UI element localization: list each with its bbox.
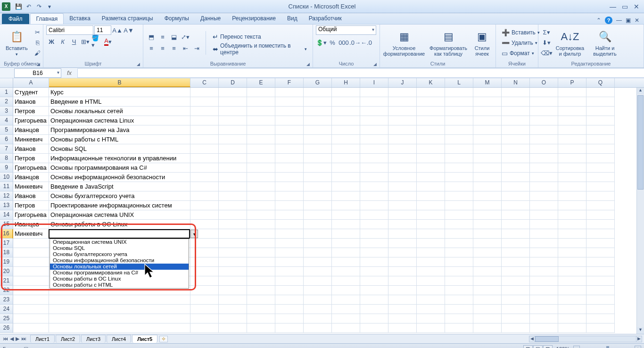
cell[interactable] <box>417 201 445 210</box>
cell[interactable] <box>219 135 247 144</box>
cell[interactable] <box>190 88 219 97</box>
cell[interactable] <box>275 182 304 191</box>
cell[interactable] <box>360 248 388 257</box>
cell[interactable]: Григорьева <box>13 116 49 125</box>
cell[interactable] <box>275 210 304 220</box>
column-header[interactable]: P <box>558 78 586 87</box>
cell[interactable] <box>473 229 502 239</box>
cell[interactable] <box>586 229 615 239</box>
cell[interactable] <box>417 182 445 191</box>
conditional-formatting-button[interactable]: ▦Условное форматирование <box>383 28 425 58</box>
cell[interactable]: Григорьева <box>13 163 49 173</box>
cell[interactable] <box>417 125 445 135</box>
cell[interactable] <box>473 305 502 314</box>
cell[interactable]: Основы локальных сетей <box>49 107 190 116</box>
cell[interactable] <box>360 107 388 116</box>
cell[interactable] <box>388 135 417 144</box>
cell[interactable] <box>332 116 360 125</box>
cell[interactable] <box>247 220 275 229</box>
cell[interactable]: Минкевич <box>13 229 49 239</box>
cell[interactable] <box>530 107 558 116</box>
cell[interactable] <box>473 201 502 210</box>
cell[interactable] <box>304 257 332 267</box>
scroll-up-button[interactable]: ▲ <box>637 88 644 94</box>
cell[interactable] <box>247 97 275 107</box>
cell[interactable] <box>190 173 219 182</box>
zoom-level[interactable]: 100% <box>556 346 570 348</box>
cell[interactable] <box>360 229 388 239</box>
cell[interactable] <box>530 97 558 107</box>
cell[interactable] <box>247 276 275 286</box>
cell[interactable] <box>13 286 49 295</box>
cell[interactable] <box>332 144 360 154</box>
column-header[interactable]: J <box>388 78 417 87</box>
cell[interactable] <box>219 191 247 201</box>
cell[interactable] <box>417 295 445 305</box>
cell[interactable] <box>558 248 586 257</box>
cell[interactable] <box>530 173 558 182</box>
row-header[interactable]: 2 <box>0 97 13 107</box>
cell[interactable] <box>473 135 502 144</box>
cell[interactable] <box>586 314 615 323</box>
cell[interactable]: Иванцов <box>13 220 49 229</box>
cell[interactable] <box>360 276 388 286</box>
cell[interactable]: Операционная система Linux <box>49 116 190 125</box>
cell[interactable] <box>304 314 332 323</box>
cell[interactable] <box>360 323 388 333</box>
cell[interactable] <box>219 97 247 107</box>
border-button[interactable]: ⊞▾ <box>80 37 91 46</box>
scroll-left-button[interactable]: ◀ <box>529 336 535 342</box>
cell[interactable] <box>388 276 417 286</box>
cell[interactable] <box>388 154 417 163</box>
cell[interactable]: Основы программирования на C# <box>49 163 190 173</box>
cell[interactable] <box>445 248 473 257</box>
select-all-corner[interactable] <box>0 78 13 87</box>
cell[interactable] <box>473 116 502 125</box>
cell[interactable] <box>388 116 417 125</box>
column-header[interactable]: H <box>332 78 360 87</box>
cell[interactable] <box>558 229 586 239</box>
increase-decimal-button[interactable]: .0→ <box>350 38 360 47</box>
cell[interactable] <box>388 229 417 239</box>
data-validation-dropdown-button[interactable]: ▾ <box>190 230 198 238</box>
cell[interactable] <box>530 267 558 276</box>
horizontal-scrollbar[interactable]: ◀ ▶ <box>529 336 642 342</box>
cell[interactable] <box>502 210 530 220</box>
wrap-text-button[interactable]: ↵Перенос текста <box>210 32 310 41</box>
cell[interactable] <box>219 314 247 323</box>
dialog-launcher-icon[interactable]: ◢ <box>306 62 310 66</box>
cell[interactable] <box>304 107 332 116</box>
cell[interactable] <box>558 191 586 201</box>
comma-button[interactable]: 000 <box>339 38 349 47</box>
cell[interactable] <box>190 305 219 314</box>
cell[interactable] <box>417 210 445 220</box>
column-header[interactable]: B <box>49 78 190 87</box>
cell[interactable] <box>586 248 615 257</box>
cell[interactable] <box>304 116 332 125</box>
cell[interactable] <box>275 173 304 182</box>
undo-button[interactable]: ↶ <box>25 2 33 11</box>
cell[interactable] <box>360 173 388 182</box>
minimize-ribbon-button[interactable]: ⌃ <box>596 17 601 24</box>
sheet-nav-first[interactable]: ⏮ <box>3 336 8 342</box>
cell[interactable] <box>360 191 388 201</box>
cell[interactable] <box>13 314 49 323</box>
cell[interactable] <box>417 229 445 239</box>
cell[interactable] <box>304 191 332 201</box>
cell[interactable] <box>304 248 332 257</box>
merge-center-button[interactable]: ⬌Объединить и поместить в центре▾ <box>210 44 310 54</box>
cell[interactable] <box>558 116 586 125</box>
cell[interactable] <box>360 239 388 248</box>
cell[interactable] <box>190 201 219 210</box>
row-header[interactable]: 16 <box>0 229 13 239</box>
cell[interactable] <box>558 276 586 286</box>
cell[interactable] <box>502 125 530 135</box>
ribbon-tab[interactable]: Разработчик <box>303 13 347 24</box>
dialog-launcher-icon[interactable]: ◢ <box>37 62 40 66</box>
cell[interactable] <box>586 210 615 220</box>
cell[interactable] <box>586 173 615 182</box>
row-header[interactable]: 12 <box>0 191 13 201</box>
cell[interactable] <box>445 257 473 267</box>
cell[interactable] <box>502 88 530 97</box>
column-header[interactable]: D <box>219 78 247 87</box>
